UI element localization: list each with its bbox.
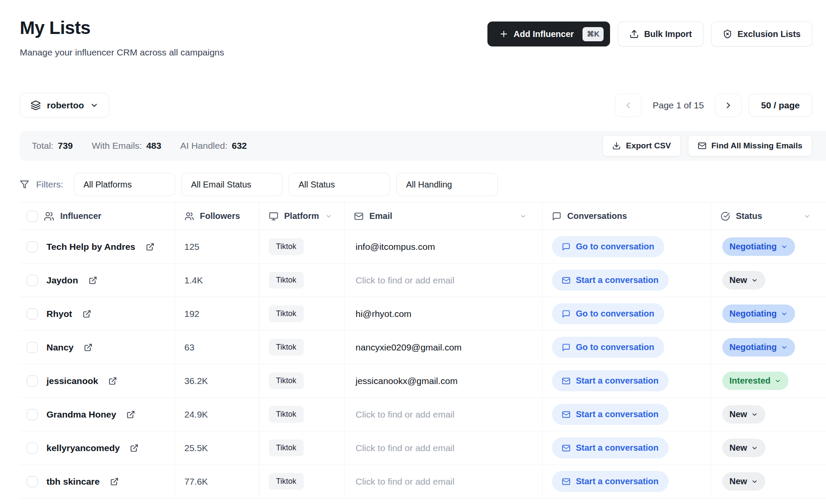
page-size-selector[interactable]: 50 / page [749, 94, 812, 117]
status-badge-negotiating[interactable]: Negotiating [722, 338, 795, 356]
mail-icon [562, 276, 570, 285]
table-header-row: Influencer Followers Platform [20, 203, 826, 230]
bulk-import-label: Bulk Import [644, 29, 692, 39]
table-row: tbh skincare77.6KTiktokClick to find or … [20, 465, 826, 498]
external-link-icon[interactable] [130, 444, 139, 452]
start-conversation-button[interactable]: Start a conversation [552, 471, 669, 492]
status-badge-interested[interactable]: Interested [722, 372, 789, 390]
bulk-import-button[interactable]: Bulk Import [618, 22, 703, 46]
add-influencer-label: Add Influencer [514, 29, 574, 39]
platform-badge: Tiktok [269, 305, 304, 322]
start-conversation-button[interactable]: Start a conversation [552, 437, 669, 458]
column-header-conversations[interactable]: Conversations [542, 203, 711, 230]
row-checkbox[interactable] [27, 275, 38, 286]
start-conversation-button[interactable]: Start a conversation [552, 370, 669, 391]
status-badge-new[interactable]: New [722, 472, 765, 491]
column-header-email[interactable]: Email [344, 203, 542, 230]
email-cell[interactable]: Click to find or add email [344, 264, 542, 297]
status-badge-new[interactable]: New [722, 271, 765, 289]
table-body: Tech Help by Andres125Tiktokinfo@itcompu… [20, 230, 826, 498]
message-bubble-icon [552, 212, 561, 221]
external-link-icon[interactable] [126, 410, 135, 419]
email-cell[interactable]: jessicanookx@gmail.com [344, 364, 542, 398]
next-page-button[interactable] [715, 94, 742, 117]
start-conversation-button[interactable]: Start a conversation [552, 270, 669, 291]
followers-count: 36.2K [175, 364, 259, 398]
mail-icon [698, 141, 706, 150]
previous-page-button[interactable] [615, 94, 641, 117]
row-checkbox[interactable] [27, 476, 38, 487]
row-checkbox[interactable] [27, 342, 38, 353]
message-bubble-icon [562, 243, 570, 251]
list-selector-label: robertoo [47, 100, 84, 111]
page-info: Page 1 of 15 [648, 100, 708, 111]
email-cell[interactable]: Click to find or add email [344, 431, 542, 465]
external-link-icon[interactable] [84, 343, 92, 352]
chevron-right-icon [724, 101, 733, 110]
export-csv-button[interactable]: Export CSV [602, 135, 681, 157]
filters-row: Filters: All PlatformsAll Email StatusAl… [20, 173, 826, 196]
status-badge-new[interactable]: New [722, 405, 765, 424]
column-header-status[interactable]: Status [711, 203, 826, 230]
followers-count: 63 [175, 331, 259, 364]
message-bubble-icon [562, 343, 570, 352]
mail-icon [562, 410, 570, 419]
status-badge-negotiating[interactable]: Negotiating [722, 304, 795, 323]
with-emails-label: With Emails: [92, 141, 142, 151]
chevron-down-icon [751, 277, 758, 284]
check-circle-icon [721, 212, 730, 221]
select-all-checkbox[interactable] [27, 211, 38, 222]
external-link-icon[interactable] [110, 477, 119, 486]
status-badge-new[interactable]: New [722, 439, 765, 457]
add-influencer-button[interactable]: Add Influencer ⌘K [487, 22, 610, 46]
total-stat: Total: 739 [32, 141, 73, 151]
header-actions: Add Influencer ⌘K Bulk Import Exclusion … [487, 22, 812, 46]
filter-select-all-email-status[interactable]: All Email Status [181, 173, 283, 196]
external-link-icon[interactable] [89, 276, 97, 285]
row-checkbox[interactable] [27, 443, 38, 454]
monitor-icon [269, 212, 278, 221]
filters-label: Filters: [36, 179, 63, 190]
exclusion-lists-button[interactable]: Exclusion Lists [711, 22, 812, 46]
external-link-icon[interactable] [108, 377, 117, 385]
email-cell[interactable]: nancyxie0209@gmail.com [344, 331, 542, 364]
email-cell[interactable]: info@itcompus.com [344, 230, 542, 264]
go-to-conversation-button[interactable]: Go to conversation [552, 236, 664, 257]
go-to-conversation-button[interactable]: Go to conversation [552, 337, 664, 358]
followers-count: 192 [175, 297, 259, 331]
followers-count: 25.5K [175, 431, 259, 465]
column-label-influencer: Influencer [60, 211, 102, 221]
email-cell[interactable]: Click to find or add email [344, 398, 542, 431]
filter-select-all-platforms[interactable]: All Platforms [74, 173, 175, 196]
filter-select-all-status[interactable]: All Status [289, 173, 390, 196]
shield-x-icon [723, 29, 732, 39]
column-header-platform[interactable]: Platform [259, 203, 344, 230]
column-label-status: Status [736, 211, 762, 221]
external-link-icon[interactable] [83, 310, 91, 318]
row-checkbox[interactable] [27, 308, 38, 320]
column-header-followers[interactable]: Followers [175, 203, 259, 230]
with-emails-value: 483 [146, 141, 161, 151]
row-checkbox[interactable] [27, 241, 38, 252]
email-cell[interactable]: hi@rhyot.com [344, 297, 542, 331]
row-checkbox[interactable] [27, 409, 38, 420]
toolbar: robertoo Page 1 of 15 50 / page [20, 93, 826, 118]
email-cell[interactable]: Click to find or add email [344, 465, 542, 498]
exclusion-lists-label: Exclusion Lists [737, 29, 801, 39]
influencer-name: Rhyot [46, 309, 72, 319]
followers-count: 1.4K [175, 264, 259, 297]
table-row: Jaydon1.4KTiktokClick to find or add ema… [20, 264, 826, 297]
mail-icon [354, 212, 364, 221]
page-header: My Lists Manage your influencer CRM acro… [20, 18, 826, 58]
external-link-icon[interactable] [146, 243, 154, 251]
start-conversation-button[interactable]: Start a conversation [552, 404, 669, 425]
plus-icon [499, 29, 509, 39]
row-checkbox[interactable] [27, 375, 38, 387]
go-to-conversation-button[interactable]: Go to conversation [552, 303, 664, 324]
find-missing-emails-button[interactable]: Find All Missing Emails [688, 135, 813, 157]
list-selector-dropdown[interactable]: robertoo [20, 93, 109, 118]
column-header-influencer[interactable]: Influencer [20, 203, 175, 230]
status-badge-negotiating[interactable]: Negotiating [722, 237, 795, 256]
filter-select-all-handling[interactable]: All Handling [396, 173, 498, 196]
filter-pills: All PlatformsAll Email StatusAll StatusA… [74, 173, 504, 196]
